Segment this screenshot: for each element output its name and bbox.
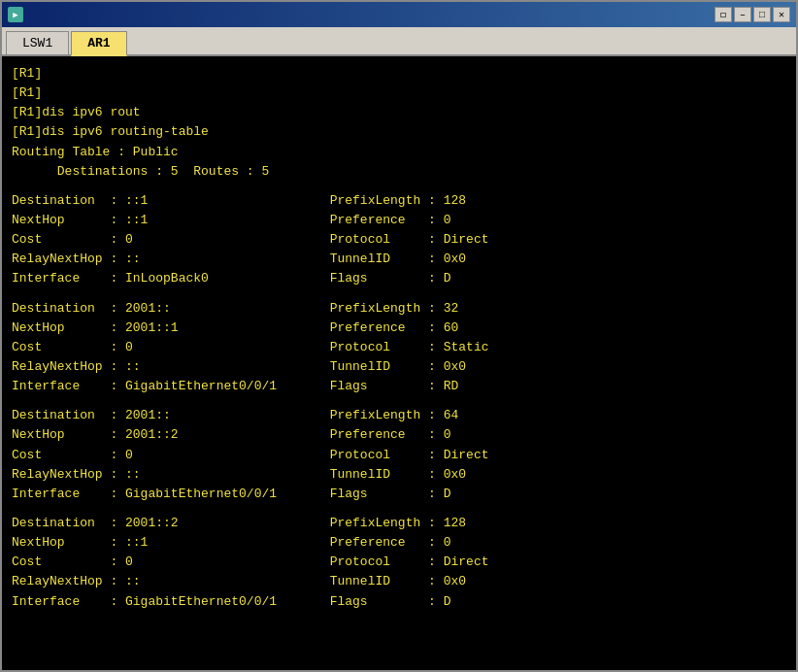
terminal-line: Routing Table : Public <box>12 143 786 162</box>
terminal-line: Interface : InLoopBack0 Flags : D <box>12 269 786 288</box>
terminal-line: Interface : GigabitEthernet0/0/1 Flags :… <box>12 592 786 612</box>
terminal-line: [R1]dis ipv6 routing-table <box>12 122 786 142</box>
app-icon: ▶ <box>8 7 23 22</box>
minimize-button[interactable]: – <box>734 7 751 22</box>
terminal-output: [R1][R1][R1]dis ipv6 rout[R1]dis ipv6 ro… <box>2 56 796 670</box>
terminal-line: Cost : 0 Protocol : Static <box>12 338 786 357</box>
terminal-line: Destination : 2001:: PrefixLength : 64 <box>12 406 786 425</box>
terminal-line: Interface : GigabitEthernet0/0/1 Flags :… <box>12 485 786 504</box>
terminal-line: Interface : GigabitEthernet0/0/1 Flags :… <box>12 377 786 396</box>
maximize-button[interactable]: □ <box>753 7 771 22</box>
terminal-line: Destinations : 5 Routes : 5 <box>12 162 786 182</box>
title-controls: ◻ – □ ✕ <box>715 7 790 22</box>
terminal-line: Destination : 2001:: PrefixLength : 32 <box>12 299 786 319</box>
terminal-line: NextHop : 2001::2 Preference : 0 <box>12 425 786 445</box>
tab-lsw1[interactable]: LSW1 <box>6 31 69 54</box>
terminal-line: RelayNextHop : :: TunnelID : 0x0 <box>12 572 786 591</box>
terminal-line: [R1] <box>12 64 786 84</box>
restore-button[interactable]: ◻ <box>715 7 732 22</box>
terminal-line: NextHop : 2001::1 Preference : 60 <box>12 319 786 338</box>
terminal-line: Cost : 0 Protocol : Direct <box>12 446 786 465</box>
main-window: ▶ ◻ – □ ✕ LSW1 AR1 [R1][R1][R1]dis ipv6 … <box>0 0 798 672</box>
terminal-line: RelayNextHop : :: TunnelID : 0x0 <box>12 465 786 485</box>
terminal-line: RelayNextHop : :: TunnelID : 0x0 <box>12 250 786 269</box>
terminal-line: RelayNextHop : :: TunnelID : 0x0 <box>12 357 786 377</box>
terminal-line: Cost : 0 Protocol : Direct <box>12 230 786 250</box>
title-bar-left: ▶ <box>8 7 29 22</box>
terminal-line: [R1] <box>12 84 786 103</box>
tab-ar1[interactable]: AR1 <box>71 31 126 56</box>
terminal-line: Destination : ::1 PrefixLength : 128 <box>12 191 786 211</box>
close-button[interactable]: ✕ <box>773 7 790 22</box>
terminal-line: [R1]dis ipv6 rout <box>12 103 786 122</box>
terminal-line: NextHop : ::1 Preference : 0 <box>12 533 786 553</box>
terminal-line: Cost : 0 Protocol : Direct <box>12 553 786 572</box>
terminal-line: NextHop : ::1 Preference : 0 <box>12 211 786 230</box>
title-bar: ▶ ◻ – □ ✕ <box>2 2 796 27</box>
tab-bar: LSW1 AR1 <box>2 27 796 56</box>
terminal-line: Destination : 2001::2 PrefixLength : 128 <box>12 514 786 533</box>
